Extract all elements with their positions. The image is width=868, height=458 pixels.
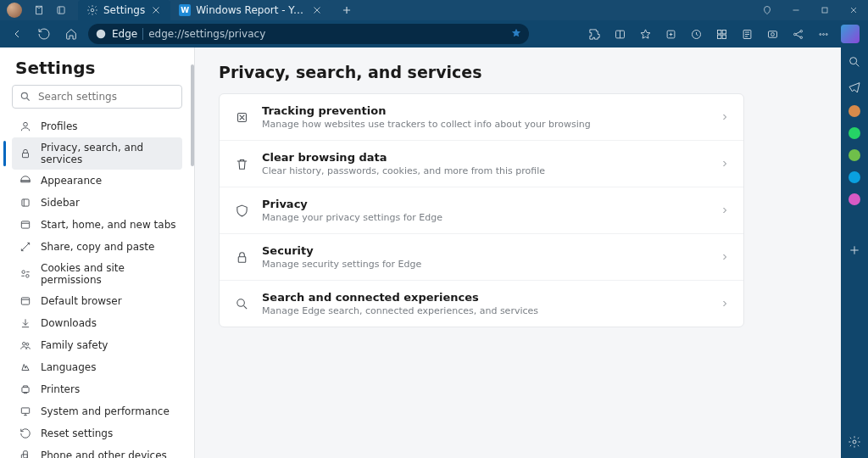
- back-button[interactable]: [5, 22, 29, 46]
- address-bar[interactable]: Edge edge://settings/privacy: [88, 24, 529, 44]
- add-sidebar-app-icon[interactable]: [847, 243, 862, 258]
- refresh-button[interactable]: [32, 22, 56, 46]
- sidebar-item-sidebar[interactable]: Sidebar: [12, 192, 182, 214]
- svg-rect-9: [717, 35, 721, 38]
- minimize-button[interactable]: [782, 0, 810, 20]
- settings-search-input[interactable]: [38, 91, 175, 103]
- close-icon[interactable]: [311, 4, 323, 16]
- scheme-label: Edge: [112, 28, 137, 40]
- titlebar: Settings W Windows Report - Your go-to s…: [0, 0, 868, 20]
- profile-avatar[interactable]: [7, 3, 22, 18]
- sidebar-item-downloads[interactable]: Downloads: [12, 312, 182, 334]
- sidebar-item-system-and-performance[interactable]: System and performance: [12, 400, 182, 422]
- svg-point-40: [853, 440, 856, 444]
- workspaces-icon[interactable]: [31, 2, 47, 19]
- settings-row-clear-browsing-data[interactable]: Clear browsing dataClear history, passwo…: [220, 141, 743, 187]
- share-copy-icon: [19, 240, 32, 254]
- sidebar-item-default-browser[interactable]: Default browser: [12, 290, 182, 312]
- sidebar-item-label: Reset settings: [41, 427, 113, 439]
- sidebar-item-label: Sidebar: [41, 197, 80, 209]
- reading-mode-icon[interactable]: [736, 23, 758, 45]
- sidebar-item-family-safety[interactable]: Family safety: [12, 334, 182, 356]
- sidebar-item-cookies-and-site-permissions[interactable]: Cookies and site permissions: [12, 258, 182, 290]
- svg-rect-23: [22, 199, 29, 206]
- svg-rect-22: [23, 153, 29, 157]
- settings-row-privacy[interactable]: PrivacyManage your privacy settings for …: [220, 187, 743, 234]
- sidebar-item-reset-settings[interactable]: Reset settings: [12, 422, 182, 444]
- app-icon[interactable]: [710, 23, 732, 45]
- sidebar-app-2[interactable]: [849, 149, 860, 161]
- row-desc: Manage security settings for Edge: [262, 259, 708, 270]
- sidebar-icon: [19, 196, 32, 209]
- maximize-button[interactable]: [810, 0, 839, 20]
- chevron-right-icon: [720, 109, 730, 126]
- whatsapp-icon[interactable]: [849, 127, 860, 139]
- svg-rect-31: [21, 408, 29, 413]
- search-sidebar-icon[interactable]: [847, 54, 862, 70]
- close-window-button[interactable]: [839, 0, 868, 20]
- extensions-icon[interactable]: [583, 23, 605, 45]
- settings-title: Settings: [15, 58, 182, 78]
- skype-icon[interactable]: [849, 171, 860, 183]
- collections-icon[interactable]: [659, 23, 682, 45]
- share-icon[interactable]: [787, 23, 809, 45]
- svg-point-19: [826, 33, 827, 35]
- edge-sidebar: [841, 47, 868, 458]
- telegram-icon[interactable]: [847, 80, 862, 95]
- sidebar-item-label: Share, copy and paste: [41, 241, 154, 253]
- sidebar-item-label: Appearance: [41, 175, 102, 187]
- svg-rect-2: [822, 8, 827, 13]
- screenshot-icon[interactable]: [761, 23, 783, 45]
- sidebar-item-start-home-and-new-tabs[interactable]: Start, home, and new tabs: [12, 214, 182, 236]
- more-menu-icon[interactable]: [812, 23, 834, 45]
- sidebar-item-privacy-search-and-services[interactable]: Privacy, search, and services: [12, 137, 182, 170]
- svg-point-38: [236, 299, 244, 306]
- messenger-icon[interactable]: [849, 193, 860, 205]
- devices-icon: [19, 449, 32, 458]
- new-tab-button[interactable]: [337, 0, 357, 20]
- sidebar-item-phone-and-other-devices[interactable]: Phone and other devices: [12, 444, 182, 458]
- sidebar-item-languages[interactable]: Languages: [12, 356, 182, 378]
- browser-essentials-icon[interactable]: [753, 0, 782, 20]
- settings-row-tracking-prevention[interactable]: Tracking preventionManage how websites u…: [220, 94, 743, 141]
- settings-sidebar: Settings ProfilesPrivacy, search, and se…: [0, 47, 195, 458]
- row-title: Tracking prevention: [262, 104, 708, 117]
- sidebar-item-appearance[interactable]: Appearance: [12, 170, 182, 192]
- row-desc: Manage your privacy settings for Edge: [262, 212, 708, 223]
- svg-point-1: [91, 8, 94, 12]
- paint-icon: [19, 174, 32, 187]
- language-icon: [19, 360, 32, 374]
- extension-bar: [583, 23, 863, 45]
- favorite-star-icon[interactable]: [510, 27, 522, 42]
- settings-search[interactable]: [12, 85, 182, 109]
- sidebar-item-label: Languages: [41, 361, 96, 373]
- settings-row-search-and-connected-experiences[interactable]: Search and connected experiencesManage E…: [220, 281, 743, 327]
- chevron-right-icon: [720, 156, 730, 172]
- shield-icon: [233, 202, 250, 219]
- page-heading: Privacy, search, and services: [219, 63, 817, 81]
- sidebar-settings-icon[interactable]: [847, 434, 862, 450]
- sidebar-app-1[interactable]: [849, 105, 860, 117]
- sidebar-item-share-copy-and-paste[interactable]: Share, copy and paste: [12, 236, 182, 258]
- sidebar-item-profiles[interactable]: Profiles: [12, 115, 182, 137]
- sidebar-item-label: Start, home, and new tabs: [41, 219, 176, 231]
- settings-row-security[interactable]: SecurityManage security settings for Edg…: [220, 234, 743, 281]
- tab-actions-icon[interactable]: [53, 2, 70, 19]
- monitor-icon: [19, 405, 32, 418]
- svg-point-15: [800, 30, 803, 32]
- home-button[interactable]: [59, 22, 83, 46]
- chevron-right-icon: [720, 296, 730, 312]
- svg-rect-27: [21, 298, 29, 304]
- favorites-icon[interactable]: [634, 23, 656, 45]
- sidebar-item-printers[interactable]: Printers: [12, 378, 182, 400]
- svg-rect-24: [21, 221, 29, 228]
- settings-nav: ProfilesPrivacy, search, and servicesApp…: [12, 115, 182, 458]
- history-icon[interactable]: [685, 23, 707, 45]
- sidebar-item-label: Downloads: [41, 317, 97, 329]
- svg-point-29: [26, 343, 29, 345]
- close-icon[interactable]: [150, 4, 162, 16]
- split-screen-icon[interactable]: [609, 23, 631, 45]
- tab-windows-report[interactable]: W Windows Report - Your go-to sou: [170, 0, 331, 20]
- tab-settings[interactable]: Settings: [78, 0, 170, 20]
- copilot-button[interactable]: [841, 25, 860, 43]
